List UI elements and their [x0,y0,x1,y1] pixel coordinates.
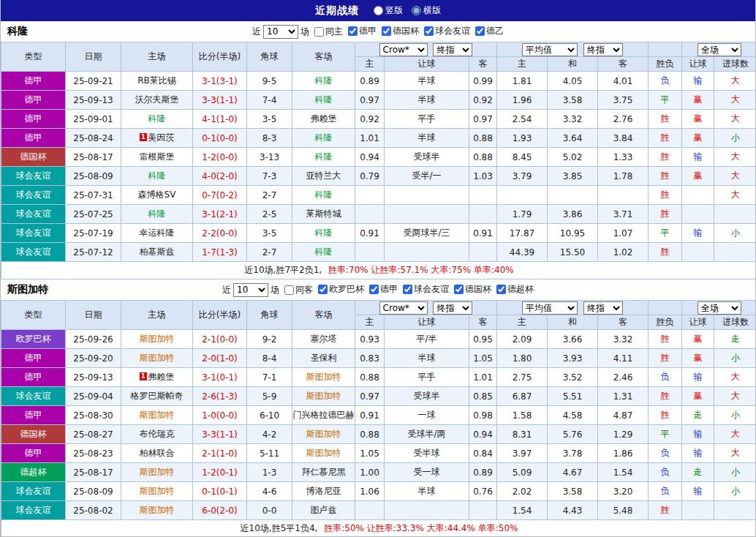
avg-home-value: 3.97 [513,448,532,459]
same-venue-filter[interactable]: 同客 [284,284,313,296]
away-team-name[interactable]: 科隆 [315,75,333,86]
away-team-name[interactable]: 弗赖堡 [311,113,337,124]
same-venue-checkbox[interactable] [284,285,294,295]
league-checkbox[interactable] [496,285,506,294]
same-venue-checkbox[interactable] [314,27,324,37]
away-team-name[interactable]: 斯图加特 [306,391,341,401]
bookmaker-select[interactable]: Crow* [379,301,428,315]
bookmaker-select[interactable]: Crow* [379,43,428,56]
match-score[interactable]: 1-2(0-1) [202,467,238,478]
match-score[interactable]: 6-0(2-0) [202,506,238,516]
league-filter[interactable]: 德甲 [348,25,377,37]
home-team-name[interactable]: 雷根斯堡 [140,151,175,162]
away-team-name[interactable]: 圣保利 [311,353,337,363]
league-filter[interactable]: 德超杯 [496,283,534,296]
home-team-name[interactable]: 科隆 [148,209,166,219]
league-checkbox[interactable] [382,26,391,36]
average-stage-select[interactable]: 终指 [583,43,623,56]
match-score[interactable]: 3-1(3-1) [202,76,238,86]
match-score[interactable]: 3-1(0-1) [202,372,238,383]
scope-select[interactable]: 全场 [698,301,741,315]
away-team-name[interactable]: 斯图加特 [306,429,341,439]
home-team-name[interactable]: 斯图加特 [140,486,175,496]
home-team-name[interactable]: 布伦瑞克 [140,429,175,439]
home-team-name[interactable]: 柏林联合 [140,448,175,458]
away-team-name[interactable]: 科隆 [315,189,333,200]
away-team-name[interactable]: 亚特兰大 [306,170,341,181]
match-count-select[interactable]: 10 [233,283,268,297]
league-filter[interactable]: 欧罗巴杯 [318,283,364,296]
home-team-name[interactable]: RB莱比锡 [137,75,176,86]
league-filter[interactable]: 德国杯 [382,25,419,37]
home-team-name[interactable]: 科隆 [148,113,166,124]
match-score[interactable]: 4-1(1-0) [202,114,238,124]
match-score[interactable]: 3-1(2-1) [202,209,238,219]
match-score[interactable]: 2-1(1-0) [202,448,238,459]
league-filter[interactable]: 球会友谊 [403,283,449,296]
league-checkbox[interactable] [454,285,464,294]
home-team-name[interactable]: 科隆 [148,170,166,181]
away-team-name[interactable]: 塞尔塔 [311,334,337,344]
league-filter[interactable]: 德甲 [369,283,398,296]
away-team-name[interactable]: 拜仁慕尼黑 [302,467,346,477]
match-score[interactable]: 2-2(0-0) [202,228,238,239]
home-team-name[interactable]: 斯图加特 [140,334,175,344]
away-team-name[interactable]: 博洛尼亚 [306,486,341,496]
away-team-name[interactable]: 图卢兹 [311,505,337,515]
home-team-name[interactable]: 幸运科隆 [140,228,175,238]
match-score[interactable]: 1-7(1-3) [202,247,238,258]
away-team-name[interactable]: 科隆 [315,132,333,143]
away-team-name[interactable]: 斯图加特 [306,372,341,382]
scope-select[interactable]: 全场 [698,43,741,56]
league-checkbox[interactable] [369,285,379,294]
layout-option[interactable]: 竖版 [374,4,403,17]
home-team-name[interactable]: 斯图加特 [140,410,175,420]
match-score[interactable]: 0-7(0-2) [202,190,238,200]
away-team-name[interactable]: 科隆 [315,94,333,105]
bookmaker-stage-select[interactable]: 终指 [433,301,472,315]
home-team-name[interactable]: 斯图加特 [140,467,175,477]
league-checkbox[interactable] [475,26,485,36]
home-team-name[interactable]: 柏基斯兹 [140,247,175,257]
home-team-name[interactable]: 沃尔夫斯堡 [135,94,179,105]
layout-option[interactable]: 横版 [412,4,441,17]
away-team-name[interactable]: 斯图加特 [306,448,341,458]
away-team-name[interactable]: 莱斯特城 [306,209,341,219]
match-score[interactable]: 1-0(0-0) [202,410,238,421]
home-team-name[interactable]: 弗赖堡 [148,372,174,382]
away-team-name[interactable]: 科隆 [315,151,333,162]
home-team-name[interactable]: 美因茨 [148,132,174,143]
league-filter[interactable]: 德乙 [475,25,504,37]
average-select[interactable]: 平均值 [522,43,578,56]
match-score[interactable]: 4-0(2-0) [202,171,238,181]
league-filter[interactable]: 球会友谊 [424,25,470,37]
match-score[interactable]: 3-3(1-1) [202,429,238,440]
average-stage-select[interactable]: 终指 [583,301,623,315]
home-team-name[interactable]: 格罗巴斯帕奇 [131,391,184,401]
league-checkbox[interactable] [348,26,358,36]
away-team-name[interactable]: 科隆 [315,247,333,257]
match-score[interactable]: 2-6(1-3) [202,391,238,402]
league-checkbox[interactable] [403,285,412,294]
league-name: 球会友谊 [16,486,51,496]
home-team-name[interactable]: 森博格SV [138,189,176,200]
home-team-name[interactable]: 斯图加特 [140,353,175,363]
league-filter[interactable]: 德国杯 [454,283,491,296]
layout-radio[interactable] [374,6,383,15]
match-score[interactable]: 1-2(0-0) [202,152,238,162]
match-score[interactable]: 2-1(0-0) [202,334,238,345]
away-team-name[interactable]: 科隆 [315,228,333,238]
average-select[interactable]: 平均值 [522,301,578,315]
home-team-name[interactable]: 斯图加特 [140,505,175,515]
layout-radio[interactable] [412,6,421,15]
match-score[interactable]: 3-3(1-1) [202,95,238,105]
bookmaker-stage-select[interactable]: 终指 [433,43,472,56]
match-count-select[interactable]: 10 [263,25,298,39]
same-venue-filter[interactable]: 同主 [314,26,343,38]
away-team-name[interactable]: 门兴格拉德巴赫 [293,410,355,420]
league-checkbox[interactable] [318,285,328,294]
match-score[interactable]: 2-0(1-0) [202,353,238,364]
league-checkbox[interactable] [424,26,434,36]
match-score[interactable]: 0-1(0-1) [202,487,238,497]
match-score[interactable]: 0-1(0-0) [202,133,238,143]
